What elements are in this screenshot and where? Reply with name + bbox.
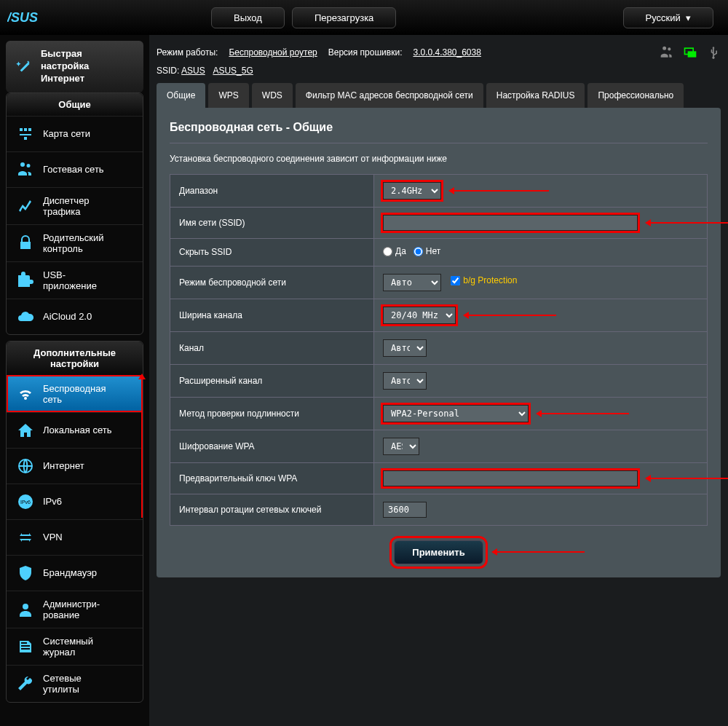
globe-icon — [15, 456, 36, 476]
asus-logo: /SUS — [7, 7, 66, 28]
channel-label: Канал — [170, 331, 374, 364]
wand-icon — [13, 55, 35, 77]
puzzle-icon — [15, 270, 36, 291]
fw-label: Версия прошивки: — [328, 47, 403, 58]
sidebar-item-label: Системный журнал — [43, 636, 93, 658]
extchannel-label: Расширенный канал — [170, 364, 374, 397]
sidebar-item-label: Интернет — [43, 460, 84, 471]
sidebar-item-label: Карта сети — [43, 128, 90, 139]
panel-subtitle: Установка беспроводного соединения завис… — [170, 154, 708, 164]
svg-point-4 — [23, 604, 28, 609]
wmode-label: Режим беспроводной сети — [170, 266, 374, 299]
tab-radius[interactable]: Настройка RADIUS — [486, 83, 585, 108]
tab-wps[interactable]: WPS — [208, 83, 248, 108]
wrench-icon — [15, 674, 36, 694]
sidebar-item-label: AiCloud 2.0 — [43, 311, 92, 322]
band-label: Диапазон — [170, 175, 374, 208]
sidebar-item-lan[interactable]: Локальная сеть — [7, 412, 143, 448]
wmode-select[interactable]: Авто — [383, 274, 441, 291]
chwidth-select[interactable]: 20/40 MHz — [383, 307, 456, 324]
sidebar-advanced-header: Дополнительные настройки — [7, 342, 143, 375]
ssid-field-label: Имя сети (SSID) — [170, 208, 374, 239]
wan-status-icon[interactable] — [683, 45, 697, 60]
extchannel-select[interactable]: Авто — [383, 372, 427, 390]
hide-ssid-no-radio[interactable] — [414, 247, 423, 256]
tab-wds[interactable]: WDS — [252, 83, 293, 108]
sidebar-item-label: Родительский контроль — [43, 232, 104, 254]
mode-link[interactable]: Беспроводной роутер — [229, 47, 317, 58]
annotation-arrow — [141, 379, 143, 518]
sidebar-item-vpn[interactable]: VPN — [7, 519, 143, 555]
ssid-input[interactable] — [383, 215, 638, 231]
sidebar-item-label: Диспетчер трафика — [43, 195, 90, 217]
shield-icon — [15, 563, 36, 583]
sidebar-item-ipv6[interactable]: IPv6 IPv6 — [7, 484, 143, 519]
sidebar-item-wireless[interactable]: Беспроводная сеть — [7, 375, 143, 412]
rotation-label: Интервал ротации сетевых ключей — [170, 494, 374, 525]
network-icon — [15, 124, 36, 144]
log-icon — [15, 636, 36, 657]
logout-button[interactable]: Выход — [211, 7, 285, 28]
svg-text:IPv6: IPv6 — [20, 500, 31, 505]
sidebar-item-firewall[interactable]: Брандмауэр — [7, 555, 143, 591]
sidebar-item-parental[interactable]: Родительский контроль — [7, 224, 143, 261]
vpn-icon — [15, 527, 36, 548]
wifi-icon — [15, 384, 36, 404]
rotation-input[interactable] — [383, 502, 427, 518]
mode-label: Режим работы: — [157, 47, 218, 58]
band-select[interactable]: 2.4GHz — [383, 182, 441, 200]
sidebar-item-wan[interactable]: Интернет — [7, 448, 143, 484]
sidebar-general-header: Общие — [7, 93, 143, 116]
sidebar-item-label: USB- приложение — [43, 269, 97, 291]
bg-protection-checkbox[interactable] — [451, 276, 460, 285]
encryption-label: Шифрование WPA — [170, 430, 374, 462]
users-status-icon[interactable] — [660, 45, 674, 60]
sidebar-item-syslog[interactable]: Системный журнал — [7, 628, 143, 665]
home-icon — [15, 420, 36, 441]
lock-icon — [15, 233, 36, 253]
auth-label: Метод проверки подлинности — [170, 397, 374, 430]
hide-ssid-label: Скрыть SSID — [170, 239, 374, 267]
sidebar-item-label: Беспроводная сеть — [43, 383, 106, 405]
psk-input[interactable] — [383, 470, 638, 486]
sidebar-item-aicloud[interactable]: AiCloud 2.0 — [7, 299, 143, 334]
usb-status-icon[interactable] — [706, 45, 721, 60]
ssid1-link[interactable]: ASUS — [181, 66, 205, 76]
ipv6-icon: IPv6 — [15, 492, 36, 512]
apply-button[interactable]: Применить — [394, 540, 483, 564]
sidebar-item-tools[interactable]: Сетевые утилиты — [7, 665, 143, 702]
annotation-arrow — [542, 413, 629, 414]
annotation-arrow — [454, 190, 549, 192]
sidebar-item-networkmap[interactable]: Карта сети — [7, 116, 143, 151]
ssid2-link[interactable]: ASUS_5G — [213, 66, 253, 76]
auth-select[interactable]: WPA2-Personal — [383, 405, 529, 422]
sidebar-item-label: IPv6 — [43, 496, 62, 507]
sidebar-item-usb[interactable]: USB- приложение — [7, 261, 143, 299]
cloud-icon — [15, 307, 36, 327]
encryption-select[interactable]: AES — [383, 438, 419, 455]
reboot-button[interactable]: Перезагрузка — [292, 7, 396, 28]
sidebar-item-admin[interactable]: Администри- рование — [7, 591, 143, 628]
sidebar-item-label: Брандмауэр — [43, 567, 97, 578]
hide-ssid-yes-radio[interactable] — [383, 247, 392, 256]
annotation-arrow — [651, 222, 728, 224]
psk-label: Предварительный ключ WPA — [170, 462, 374, 494]
language-select[interactable]: Русский ▾ — [623, 7, 713, 28]
fw-link[interactable]: 3.0.0.4.380_6038 — [413, 47, 480, 58]
annotation-arrow — [469, 315, 556, 316]
ssid-label: SSID: — [157, 66, 179, 76]
sidebar-item-traffic[interactable]: Диспетчер трафика — [7, 187, 143, 224]
tab-general[interactable]: Общие — [157, 83, 205, 108]
svg-rect-6 — [688, 51, 697, 57]
chart-icon — [15, 196, 36, 216]
annotation-arrow — [651, 478, 728, 479]
channel-select[interactable]: Авто — [383, 339, 427, 357]
sidebar-item-label: VPN — [43, 532, 63, 542]
chwidth-label: Ширина канала — [170, 299, 374, 331]
quick-setup-button[interactable]: Быстрая настройка Интернет — [6, 41, 143, 92]
sidebar-item-label: Сетевые утилиты — [43, 673, 82, 695]
tab-professional[interactable]: Профессионально — [587, 83, 684, 108]
sidebar-item-label: Гостевая сеть — [43, 164, 104, 175]
tab-macfilter[interactable]: Фильтр MAC адресов беспроводной сети — [296, 83, 483, 108]
sidebar-item-guest[interactable]: Гостевая сеть — [7, 151, 143, 187]
